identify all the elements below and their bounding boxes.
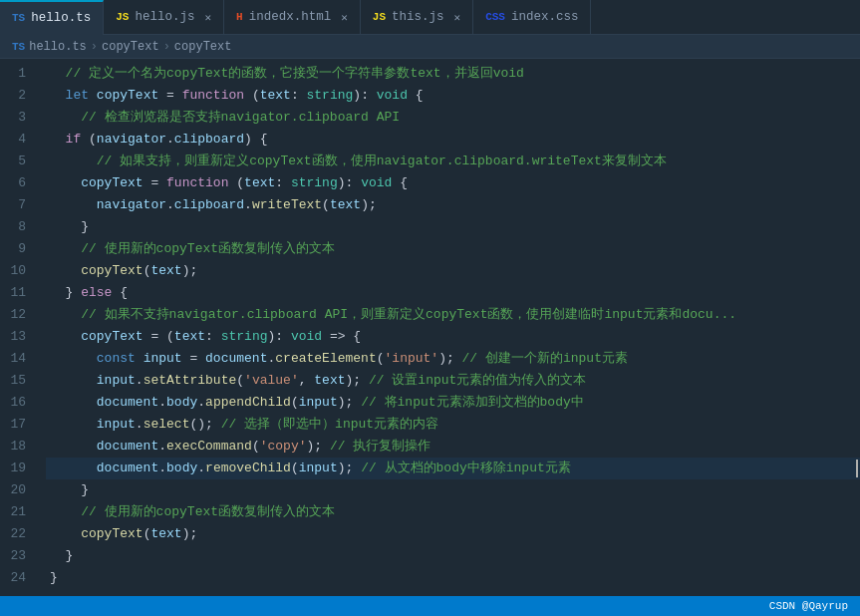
code-line[interactable]: document.body.appendChild(input); // 将in… — [46, 392, 860, 414]
tab-hello-js[interactable]: JS hello.js ✕ — [104, 0, 224, 35]
code-line[interactable]: // 使用新的copyText函数复制传入的文本 — [46, 501, 860, 523]
line-number: 12 — [0, 304, 26, 326]
line-number: 5 — [0, 151, 26, 172]
tab-this-js[interactable]: JS this.js ✕ — [361, 0, 473, 35]
code-line[interactable]: } — [46, 479, 860, 501]
tab-label: hello.ts — [31, 11, 91, 25]
line-number: 21 — [0, 501, 26, 523]
code-line[interactable]: const input = document.createElement('in… — [46, 348, 860, 370]
line-number: 6 — [0, 172, 26, 194]
line-numbers: 123456789101112131415161718192021222324 — [0, 59, 38, 596]
tab-hello-ts[interactable]: TS hello.ts — [0, 0, 104, 35]
line-number: 10 — [0, 260, 26, 282]
breadcrumb-scope[interactable]: copyText — [102, 40, 159, 54]
code-line[interactable]: copyText = (text: string): void => { — [46, 326, 860, 348]
line-number: 15 — [0, 370, 26, 392]
js-icon: JS — [116, 11, 129, 23]
code-line[interactable]: } — [46, 567, 860, 589]
line-number: 8 — [0, 216, 26, 238]
tab-label: hello.js — [135, 10, 194, 24]
line-number: 23 — [0, 545, 26, 567]
line-number: 16 — [0, 392, 26, 414]
code-area[interactable]: // 定义一个名为copyText的函数，它接受一个字符串参数text，并返回v… — [38, 59, 860, 596]
tab-label: indedx.html — [249, 10, 332, 24]
watermark: CSDN @Qayrup — [769, 600, 848, 612]
line-number: 11 — [0, 282, 26, 304]
line-number: 17 — [0, 414, 26, 436]
code-line[interactable]: // 使用新的copyText函数复制传入的文本 — [46, 238, 860, 260]
code-line[interactable]: document.body.removeChild(input); // 从文档… — [46, 458, 860, 479]
code-line[interactable]: if (navigator.clipboard) { — [46, 129, 860, 151]
line-number: 19 — [0, 458, 26, 479]
bc-sep-1: › — [91, 40, 98, 54]
code-line[interactable]: copyText(text); — [46, 523, 860, 545]
line-number: 13 — [0, 326, 26, 348]
css-icon: CSS — [485, 11, 505, 23]
breadcrumb: TS hello.ts › copyText › copyText — [0, 35, 860, 59]
line-number: 2 — [0, 85, 26, 107]
bc-ts-icon: TS — [12, 41, 25, 53]
code-line[interactable]: input.setAttribute('value', text); // 设置… — [46, 370, 860, 392]
line-number: 7 — [0, 194, 26, 216]
tab-label: index.css — [511, 10, 579, 24]
tab-close-index-html[interactable]: ✕ — [341, 11, 348, 24]
code-line[interactable]: // 定义一个名为copyText的函数，它接受一个字符串参数text，并返回v… — [46, 63, 860, 85]
bc-sep-2: › — [163, 40, 170, 54]
tab-close-this-js[interactable]: ✕ — [454, 11, 461, 24]
breadcrumb-item[interactable]: copyText — [174, 40, 232, 54]
code-line[interactable]: // 如果支持，则重新定义copyText函数，使用navigator.clip… — [46, 151, 860, 172]
code-line[interactable]: let copyText = function (text: string): … — [46, 85, 860, 107]
code-line[interactable]: } — [46, 216, 860, 238]
code-line[interactable]: navigator.clipboard.writeText(text); — [46, 194, 860, 216]
code-line[interactable]: // 如果不支持navigator.clipboard API，则重新定义cop… — [46, 304, 860, 326]
tab-close-hello-js[interactable]: ✕ — [204, 11, 211, 24]
code-line[interactable]: } — [46, 545, 860, 567]
breadcrumb-file[interactable]: hello.ts — [29, 40, 87, 54]
line-number: 24 — [0, 567, 26, 589]
line-number: 3 — [0, 107, 26, 129]
js-icon-2: JS — [373, 11, 386, 23]
code-line[interactable]: copyText = function (text: string): void… — [46, 172, 860, 194]
line-number: 20 — [0, 479, 26, 501]
tab-bar: TS hello.ts JS hello.js ✕ H indedx.html … — [0, 0, 860, 35]
tab-index-html[interactable]: H indedx.html ✕ — [224, 0, 361, 35]
code-line[interactable]: // 检查浏览器是否支持navigator.clipboard API — [46, 107, 860, 129]
line-number: 9 — [0, 238, 26, 260]
line-number: 14 — [0, 348, 26, 370]
line-number: 22 — [0, 523, 26, 545]
code-line[interactable]: input.select(); // 选择（即选中）input元素的内容 — [46, 414, 860, 436]
line-number: 1 — [0, 63, 26, 85]
line-number: 4 — [0, 129, 26, 151]
tab-label: this.js — [392, 10, 444, 24]
code-line[interactable]: document.execCommand('copy'); // 执行复制操作 — [46, 436, 860, 458]
code-line[interactable]: copyText(text); — [46, 260, 860, 282]
code-line[interactable]: } else { — [46, 282, 860, 304]
html-icon: H — [236, 11, 243, 23]
status-bar: CSDN @Qayrup — [0, 596, 860, 616]
tab-index-css[interactable]: CSS index.css — [473, 0, 591, 35]
line-number: 18 — [0, 436, 26, 458]
editor: 123456789101112131415161718192021222324 … — [0, 59, 860, 596]
ts-icon: TS — [12, 12, 25, 24]
